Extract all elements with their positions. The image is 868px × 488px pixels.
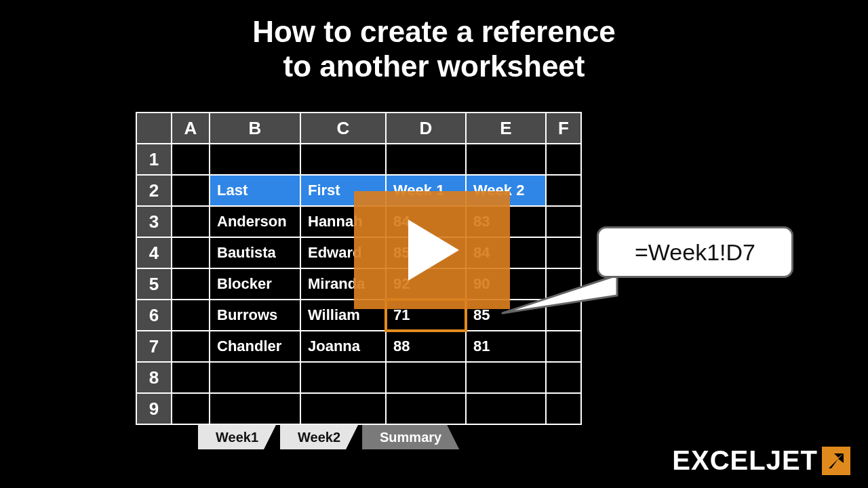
svg-marker-1 <box>408 220 459 281</box>
svg-marker-0 <box>502 275 617 313</box>
col-header-d[interactable]: D <box>386 113 466 144</box>
play-icon <box>401 216 462 284</box>
title-line-1: How to create a reference <box>252 15 616 48</box>
svg-marker-2 <box>829 453 844 468</box>
select-all-corner[interactable] <box>136 113 172 144</box>
cell[interactable] <box>210 144 300 175</box>
cell-week1[interactable]: 88 <box>386 331 466 362</box>
cell[interactable] <box>172 175 210 206</box>
row-header-6[interactable]: 6 <box>136 300 172 331</box>
row-header-1[interactable]: 1 <box>136 144 172 175</box>
play-button[interactable] <box>354 191 510 309</box>
header-last[interactable]: Last <box>210 175 300 206</box>
cell[interactable] <box>546 175 581 206</box>
cell[interactable] <box>210 362 300 393</box>
cell[interactable] <box>386 393 466 424</box>
cell-week2[interactable]: 81 <box>466 331 546 362</box>
cell[interactable] <box>172 268 210 300</box>
brand-text: EXCELJET <box>672 445 818 476</box>
cell[interactable] <box>300 144 386 175</box>
formula-callout: =Week1!D7 <box>597 226 793 278</box>
cell[interactable] <box>172 144 210 175</box>
cell[interactable] <box>300 393 386 424</box>
row-header-8[interactable]: 8 <box>136 362 172 393</box>
cell-last[interactable]: Chandler <box>210 331 300 362</box>
cell-last[interactable]: Burrows <box>210 300 300 331</box>
col-header-e[interactable]: E <box>466 113 546 144</box>
cell[interactable] <box>546 393 581 424</box>
row-header-9[interactable]: 9 <box>136 393 172 424</box>
col-header-b[interactable]: B <box>210 113 300 144</box>
cell[interactable] <box>466 393 546 424</box>
cell[interactable] <box>546 206 581 237</box>
row-header-3[interactable]: 3 <box>136 206 172 237</box>
col-header-a[interactable]: A <box>172 113 210 144</box>
brand-arrow-icon <box>822 447 850 475</box>
col-header-c[interactable]: C <box>300 113 386 144</box>
row-header-4[interactable]: 4 <box>136 237 172 268</box>
cell-last[interactable]: Blocker <box>210 268 300 300</box>
col-header-f[interactable]: F <box>546 113 581 144</box>
tab-summary[interactable]: Summary <box>362 425 459 449</box>
formula-text: =Week1!D7 <box>635 239 755 266</box>
page-title: How to create a reference to another wor… <box>0 0 868 83</box>
cell[interactable] <box>172 393 210 424</box>
cell[interactable] <box>386 144 466 175</box>
sheet-tabs: Week1 Week2 Summary <box>198 425 582 449</box>
brand-logo: EXCELJET <box>672 445 850 476</box>
cell[interactable] <box>172 206 210 237</box>
cell[interactable] <box>466 362 546 393</box>
cell[interactable] <box>386 362 466 393</box>
cell[interactable] <box>300 362 386 393</box>
cell[interactable] <box>172 331 210 362</box>
cell[interactable] <box>210 393 300 424</box>
callout-pointer <box>498 271 620 325</box>
cell[interactable] <box>546 237 581 268</box>
cell[interactable] <box>546 331 581 362</box>
row-header-5[interactable]: 5 <box>136 268 172 300</box>
tab-week1[interactable]: Week1 <box>198 425 276 449</box>
row-header-7[interactable]: 7 <box>136 331 172 362</box>
cell[interactable] <box>172 237 210 268</box>
cell-last[interactable]: Anderson <box>210 206 300 237</box>
tab-week2[interactable]: Week2 <box>280 425 358 449</box>
cell-first[interactable]: Joanna <box>300 331 386 362</box>
cell[interactable] <box>172 362 210 393</box>
cell[interactable] <box>546 362 581 393</box>
cell[interactable] <box>546 144 581 175</box>
cell[interactable] <box>466 144 546 175</box>
cell-last[interactable]: Bautista <box>210 237 300 268</box>
cell[interactable] <box>172 300 210 331</box>
title-line-2: to another worksheet <box>283 49 585 83</box>
row-header-2[interactable]: 2 <box>136 175 172 206</box>
